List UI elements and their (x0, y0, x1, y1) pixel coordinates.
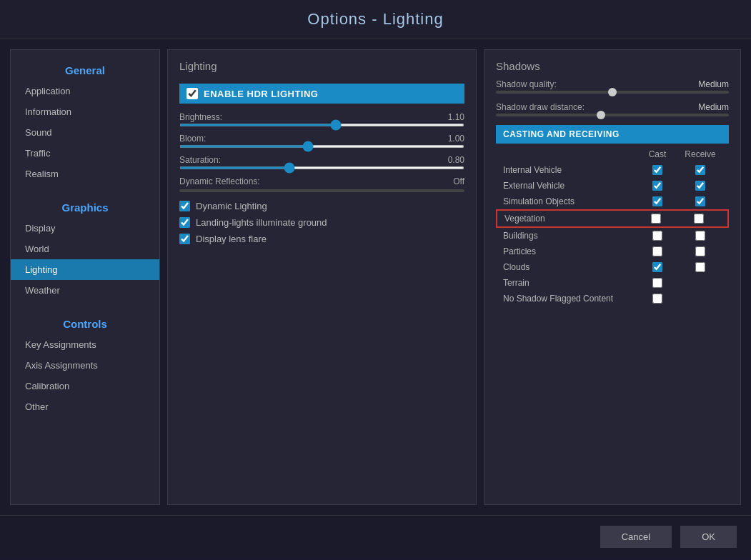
receive-header: Receive (679, 149, 722, 159)
vegetation-cast[interactable] (651, 214, 661, 224)
lens-flare-row: Display lens flare (179, 234, 464, 244)
internal-vehicle-receive[interactable] (695, 165, 705, 175)
lighting-panel-title: Lighting (179, 60, 464, 72)
cancel-button[interactable]: Cancel (600, 526, 672, 548)
sidebar: General Application Information Sound Tr… (10, 49, 160, 505)
sidebar-item-calibration[interactable]: Calibration (11, 376, 159, 396)
shadow-row-clouds: Clouds (496, 259, 729, 275)
bottom-bar: Cancel OK (0, 515, 751, 558)
draw-distance-label: Shadow draw distance: (496, 102, 585, 112)
clouds-cast[interactable] (652, 262, 662, 272)
brightness-slider-row: Brightness: 1.10 (179, 112, 464, 126)
shadow-row-terrain: Terrain (496, 275, 729, 291)
landing-lights-row: Landing-lights illuminate ground (179, 217, 464, 228)
buildings-cast[interactable] (652, 231, 662, 241)
dynamic-lighting-row: Dynamic Lighting (179, 201, 464, 211)
saturation-slider-row: Saturation: 0.80 (179, 155, 464, 169)
external-vehicle-cast[interactable] (652, 181, 662, 191)
cast-receive-header: Cast Receive (496, 148, 729, 161)
sidebar-item-display[interactable]: Display (11, 218, 159, 239)
clouds-receive[interactable] (695, 262, 705, 272)
sidebar-graphics-title: Graphics (11, 194, 159, 218)
sidebar-item-weather[interactable]: Weather (11, 280, 159, 301)
quality-label: Shadow quality: (496, 79, 557, 89)
buildings-receive[interactable] (695, 231, 705, 241)
internal-vehicle-cast[interactable] (652, 165, 662, 175)
sidebar-controls-title: Controls (11, 311, 159, 334)
vegetation-receive[interactable] (694, 214, 704, 224)
sidebar-item-application[interactable]: Application (11, 81, 159, 101)
hdr-checkbox-row: ENABLE HDR LIGHTING (179, 84, 464, 104)
bloom-slider[interactable] (179, 145, 464, 148)
sidebar-item-axis-assignments[interactable]: Axis Assignments (11, 355, 159, 376)
shadow-row-particles: Particles (496, 244, 729, 259)
reflections-value: Off (453, 176, 464, 186)
dynamic-lighting-label: Dynamic Lighting (196, 201, 267, 211)
quality-slider-track (496, 91, 729, 94)
sidebar-item-information[interactable]: Information (11, 101, 159, 122)
particles-cast[interactable] (652, 246, 662, 256)
brightness-slider[interactable] (179, 124, 464, 126)
sidebar-general-title: General (11, 57, 159, 81)
saturation-slider[interactable] (179, 166, 464, 169)
sidebar-item-traffic[interactable]: Traffic (11, 143, 159, 164)
sidebar-item-realism[interactable]: Realism (11, 164, 159, 184)
lens-flare-checkbox[interactable] (179, 234, 190, 244)
particles-receive[interactable] (695, 246, 705, 256)
casting-header: CASTING AND RECEIVING (496, 125, 729, 144)
reflections-row: Dynamic Reflections: Off (179, 176, 464, 192)
sidebar-item-lighting[interactable]: Lighting (11, 259, 159, 280)
landing-lights-checkbox[interactable] (179, 217, 190, 228)
cast-header: Cast (636, 149, 679, 159)
shadow-row-buildings: Buildings (496, 228, 729, 244)
hdr-label: ENABLE HDR LIGHTING (204, 89, 318, 99)
shadow-row-no-shadow: No Shadow Flagged Content (496, 291, 729, 306)
simulation-objects-receive[interactable] (695, 196, 705, 206)
shadow-row-vegetation: Vegetation (496, 209, 729, 228)
dynamic-lighting-checkbox[interactable] (179, 201, 190, 211)
sidebar-item-sound[interactable]: Sound (11, 122, 159, 143)
middle-panel: Lighting ENABLE HDR LIGHTING Brightness:… (167, 49, 477, 505)
terrain-cast[interactable] (652, 278, 662, 288)
lens-flare-label: Display lens flare (196, 234, 267, 244)
sidebar-item-world[interactable]: World (11, 239, 159, 259)
draw-distance-slider-track (496, 114, 729, 116)
external-vehicle-receive[interactable] (695, 181, 705, 191)
sidebar-item-key-assignments[interactable]: Key Assignments (11, 334, 159, 355)
quality-value: Medium (698, 79, 729, 89)
no-shadow-cast[interactable] (652, 294, 662, 304)
page-title: Options - Lighting (307, 10, 443, 28)
reflections-label: Dynamic Reflections: (179, 176, 260, 186)
landing-lights-label: Landing-lights illuminate ground (196, 217, 327, 228)
shadow-row-external-vehicle: External Vehicle (496, 178, 729, 194)
shadow-row-simulation-objects: Simulation Objects (496, 194, 729, 209)
right-panel: Shadows Shadow quality: Medium Shadow dr… (484, 49, 741, 505)
shadow-row-internal-vehicle: Internal Vehicle (496, 162, 729, 178)
draw-distance-row: Shadow draw distance: Medium (496, 102, 729, 112)
draw-distance-value: Medium (698, 102, 729, 112)
hdr-checkbox[interactable] (186, 88, 198, 99)
sidebar-item-other[interactable]: Other (11, 396, 159, 417)
bloom-slider-row: Bloom: 1.00 (179, 134, 464, 148)
simulation-objects-cast[interactable] (652, 196, 662, 206)
ok-button[interactable]: OK (680, 526, 737, 548)
title-bar: Options - Lighting (0, 0, 751, 39)
shadows-title: Shadows (496, 60, 729, 72)
